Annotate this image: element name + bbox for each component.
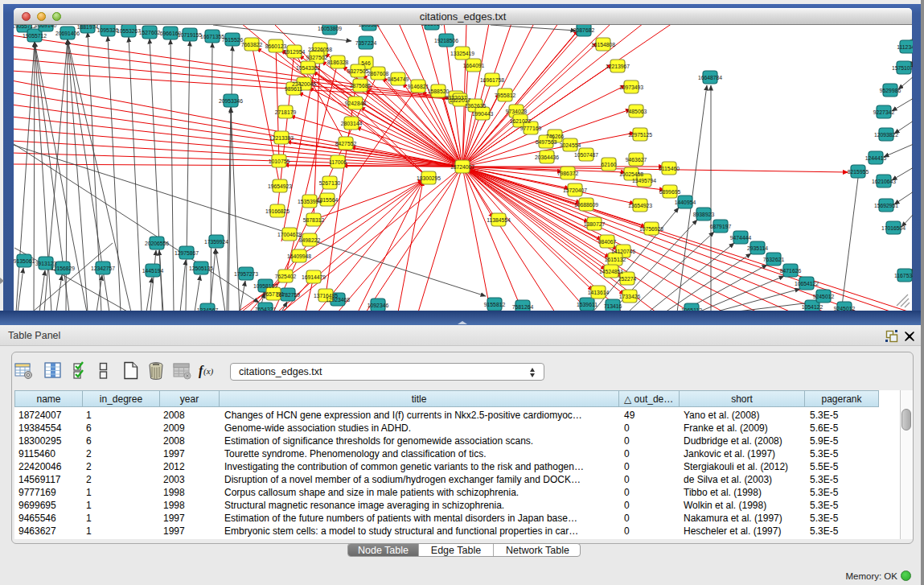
svg-text:1092346: 1092346 [368, 303, 389, 308]
svg-text:62160: 62160 [602, 162, 617, 167]
svg-text:12505135: 12505135 [189, 266, 213, 271]
svg-text:6899695: 6899695 [659, 189, 681, 195]
svg-text:2069140: 2069140 [35, 25, 57, 28]
svg-text:10958107: 10958107 [253, 283, 277, 289]
svg-text:20953346: 20953346 [219, 98, 243, 104]
svg-text:10025458: 10025458 [619, 171, 643, 177]
svg-text:7663822: 7663822 [241, 42, 263, 47]
svg-text:19055712: 19055712 [14, 25, 36, 29]
svg-text:9155812: 9155812 [484, 302, 506, 307]
svg-text:8498222: 8498222 [299, 237, 321, 243]
svg-text:15692951: 15692951 [874, 203, 898, 208]
svg-text:9135061: 9135061 [14, 258, 35, 264]
svg-text:8938923: 8938923 [693, 212, 715, 217]
svg-text:16053809: 16053809 [318, 26, 342, 31]
svg-text:17359924: 17359924 [204, 239, 228, 245]
svg-text:546: 546 [361, 60, 371, 66]
svg-text:14524851: 14524851 [599, 269, 623, 274]
svg-text:9734028: 9734028 [506, 109, 528, 114]
svg-text:9115460: 9115460 [659, 166, 680, 171]
svg-text:1615132: 1615132 [605, 257, 626, 262]
svg-text:12213967: 12213967 [606, 64, 630, 69]
svg-text:20691406: 20691406 [55, 31, 80, 36]
svg-text:10719155: 10719155 [178, 32, 202, 38]
svg-text:18724007: 18724007 [450, 164, 474, 170]
svg-text:10543362: 10543362 [296, 65, 320, 71]
svg-text:5878312: 5878312 [303, 217, 325, 223]
svg-text:11384554: 11384554 [487, 217, 511, 223]
svg-text:9245012: 9245012 [813, 294, 835, 299]
svg-text:17957273: 17957273 [234, 271, 258, 277]
svg-text:713416: 713416 [604, 303, 622, 309]
svg-text:(x): (x) [203, 366, 214, 377]
svg-text:1621022: 1621022 [510, 118, 532, 124]
svg-text:8813054: 8813054 [421, 25, 443, 27]
svg-text:1539611: 1539611 [577, 302, 598, 307]
svg-text:2935114: 2935114 [747, 245, 768, 251]
svg-text:8471626: 8471626 [780, 268, 802, 274]
svg-text:7581264: 7581264 [512, 304, 534, 310]
svg-text:989611: 989611 [285, 86, 302, 92]
svg-text:23226058: 23226058 [308, 47, 332, 52]
svg-text:1413614: 1413614 [588, 290, 610, 295]
svg-text:1527602: 1527602 [139, 30, 161, 35]
svg-text:1112345: 1112345 [897, 44, 913, 50]
svg-text:1605381: 1605381 [359, 25, 380, 27]
svg-text:10688609: 10688609 [574, 202, 598, 208]
svg-text:14120746: 14120746 [611, 249, 635, 254]
svg-text:8427552: 8427552 [335, 141, 357, 146]
svg-text:20206556: 20206556 [145, 241, 169, 246]
svg-text:12342757: 12342757 [91, 266, 115, 271]
svg-text:984067: 984067 [598, 239, 617, 245]
svg-text:1054122: 1054122 [802, 304, 823, 310]
svg-text:19654923: 19654923 [268, 183, 292, 189]
svg-text:9327502: 9327502 [306, 55, 328, 60]
svg-text:1362635: 1362635 [465, 103, 487, 109]
svg-text:9146821: 9146821 [408, 84, 429, 89]
svg-text:252274: 252274 [618, 276, 637, 282]
svg-text:16210643: 16210643 [872, 179, 896, 184]
svg-text:9463627: 9463627 [626, 157, 647, 163]
svg-text:1440954: 1440954 [675, 200, 696, 205]
svg-text:9657791: 9657791 [263, 291, 285, 297]
svg-text:7625402: 7625402 [275, 274, 297, 279]
svg-text:2718179: 2718179 [275, 109, 297, 115]
svg-text:16409948: 16409948 [287, 253, 311, 259]
svg-text:13495794: 13495794 [632, 178, 656, 183]
svg-text:13654923: 13654923 [628, 203, 652, 208]
svg-text:1380727: 1380727 [584, 221, 606, 227]
svg-text:1010755: 1010755 [269, 159, 290, 164]
svg-text:6497563: 6497563 [536, 139, 557, 145]
svg-text:7515526: 7515526 [222, 37, 244, 43]
svg-text:19218506: 19218506 [434, 38, 458, 43]
svg-text:1990443: 1990443 [472, 111, 494, 117]
svg-text:9777169: 9777169 [520, 126, 542, 131]
svg-text:10973493: 10973493 [619, 84, 643, 90]
svg-text:16914479: 16914479 [302, 274, 326, 280]
svg-text:16961758: 16961758 [480, 77, 504, 83]
svg-text:13716485: 13716485 [314, 293, 338, 299]
svg-text:1881974: 1881974 [77, 25, 99, 30]
svg-text:19055712: 19055712 [23, 33, 47, 39]
svg-text:13325419: 13325419 [450, 51, 474, 56]
svg-text:2803144: 2803144 [341, 121, 363, 126]
svg-text:1733426: 1733426 [619, 294, 641, 299]
svg-text:7986372: 7986372 [557, 171, 579, 176]
svg-text:2867608: 2867608 [368, 71, 389, 76]
svg-text:8454749: 8454749 [388, 76, 409, 82]
svg-text:10507487: 10507487 [574, 152, 598, 158]
svg-text:1445194: 1445194 [142, 268, 164, 274]
svg-text:1244415: 1244415 [865, 155, 887, 161]
svg-text:3875685: 3875685 [350, 83, 372, 89]
svg-text:9242848: 9242848 [345, 101, 367, 106]
svg-text:7955812: 7955812 [495, 93, 516, 98]
svg-text:12156829: 12156829 [51, 266, 75, 271]
svg-text:10654122: 10654122 [795, 281, 819, 286]
svg-text:1588520: 1588520 [428, 89, 450, 94]
svg-text:17016504: 17016504 [881, 225, 906, 231]
svg-text:18300295: 18300295 [417, 175, 441, 181]
svg-text:9529986: 9529986 [880, 88, 901, 93]
svg-text:117006: 117006 [329, 159, 347, 165]
svg-text:10553267: 10553267 [117, 28, 141, 34]
svg-text:8186328: 8186328 [327, 60, 349, 65]
